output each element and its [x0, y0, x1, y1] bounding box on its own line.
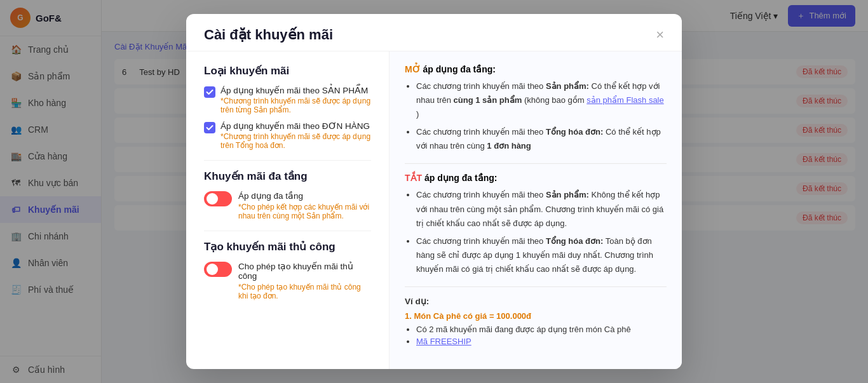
modal-header: Cài đặt khuyến mãi × — [186, 14, 682, 51]
section-loai-khuyen-mai: Loại khuyến mãi Áp dụng khuyến mãi theo … — [204, 64, 371, 150]
toggle-knob — [207, 264, 218, 275]
example-bullet-2: Mã FREESHIP — [416, 337, 667, 346]
example-1-body: Có 2 mã khuyến mãi đang được áp dụng trê… — [405, 325, 667, 346]
mo-section: MỞ áp dụng đa tầng: Các chương trình khu… — [405, 64, 667, 153]
settings-modal: Cài đặt khuyến mãi × Loại khuyến mãi — [186, 14, 682, 369]
tat-bullet-2: Các chương trình khuyến mãi theo Tổng hó… — [416, 234, 667, 276]
toggle-thu-cong[interactable] — [204, 262, 232, 277]
tat-body: Các chương trình khuyến mãi theo Sản phẩ… — [405, 188, 667, 276]
checkbox-don-hang[interactable]: Áp dụng khuyến mãi theo ĐƠN HÀNG *Chương… — [204, 121, 371, 150]
checkbox-san-pham-note: *Chương trình khuyến mãi sẽ được áp dụng… — [220, 97, 371, 114]
checkbox-san-pham-box[interactable] — [204, 86, 215, 98]
toggle-da-tang[interactable] — [204, 191, 232, 206]
checkbox-don-hang-note: *Chương trình khuyến mãi sẽ được áp dụng… — [220, 132, 371, 150]
toggle-thu-cong-label: Cho phép tạo khuyến mãi thủ công — [238, 261, 371, 281]
tat-label: TẮT — [405, 173, 422, 183]
toggle-da-tang-note: *Cho phép kết hợp các khuyến mãi với nha… — [238, 203, 371, 220]
modal-right-panel: MỞ áp dụng đa tầng: Các chương trình khu… — [390, 51, 682, 369]
example-title: Ví dụ: — [405, 296, 667, 306]
checkbox-don-hang-label: Áp dụng khuyến mãi theo ĐƠN HÀNG — [220, 121, 371, 131]
section-thu-cong: Tạo khuyến mãi thủ công Cho phép tạo khu… — [204, 240, 371, 300]
mo-bullet-1: Các chương trình khuyến mãi theo Sản phẩ… — [416, 79, 667, 121]
checkbox-san-pham-label: Áp dụng khuyến mãi theo SẢN PHẨM — [220, 85, 371, 95]
example-bullet-1: Có 2 mã khuyến mãi đang được áp dụng trê… — [416, 325, 667, 334]
flash-sale-link[interactable]: sản phẩm Flash sale — [587, 95, 664, 105]
toggle-thu-cong-note: *Cho phép tạo khuyến mãi thủ công khi tạ… — [238, 283, 371, 300]
modal-close-button[interactable]: × — [656, 28, 664, 42]
mo-bullet-2: Các chương trình khuyến mãi theo Tổng hó… — [416, 125, 667, 153]
right-divider-1 — [405, 163, 667, 164]
checkbox-san-pham[interactable]: Áp dụng khuyến mãi theo SẢN PHẨM *Chương… — [204, 85, 371, 114]
modal-body: Loại khuyến mãi Áp dụng khuyến mãi theo … — [186, 51, 682, 369]
section-divider-2 — [204, 231, 371, 231]
modal-left-panel: Loại khuyến mãi Áp dụng khuyến mãi theo … — [186, 51, 390, 369]
tat-bullet-1: Các chương trình khuyến mãi theo Sản phẩ… — [416, 188, 667, 230]
toggle-thu-cong-row: Cho phép tạo khuyến mãi thủ công *Cho ph… — [204, 261, 371, 300]
section-da-tang: Khuyến mãi đa tầng Áp dụng đa tầng *Cho … — [204, 170, 371, 220]
example-section: Ví dụ: 1. Món Cà phê có giá = 100.000đ C… — [405, 296, 667, 346]
tat-header: TẮT áp dụng đa tầng: — [405, 173, 667, 183]
mo-header: MỞ áp dụng đa tầng: — [405, 64, 667, 74]
checkmark-icon — [206, 88, 214, 96]
section-divider-1 — [204, 160, 371, 161]
toggle-knob — [207, 193, 218, 205]
mo-label: MỞ — [405, 64, 421, 74]
freeship-link[interactable]: Mã FREESHIP — [416, 337, 471, 346]
section1-title: Loại khuyến mãi — [204, 64, 371, 77]
toggle-da-tang-row: Áp dụng đa tầng *Cho phép kết hợp các kh… — [204, 191, 371, 220]
example-1-title: 1. Món Cà phê có giá = 100.000đ — [405, 311, 667, 321]
modal-overlay[interactable]: Cài đặt khuyến mãi × Loại khuyến mãi — [0, 0, 868, 383]
toggle-da-tang-label: Áp dụng đa tầng — [238, 191, 371, 201]
right-divider-2 — [405, 286, 667, 287]
checkmark-icon — [206, 124, 214, 131]
tat-section: TẮT áp dụng đa tầng: Các chương trình kh… — [405, 173, 667, 276]
checkbox-don-hang-box[interactable] — [204, 122, 215, 133]
section3-title: Tạo khuyến mãi thủ công — [204, 240, 371, 253]
section2-title: Khuyến mãi đa tầng — [204, 170, 371, 183]
modal-title: Cài đặt khuyến mãi — [204, 27, 333, 43]
mo-body: Các chương trình khuyến mãi theo Sản phẩ… — [405, 79, 667, 153]
